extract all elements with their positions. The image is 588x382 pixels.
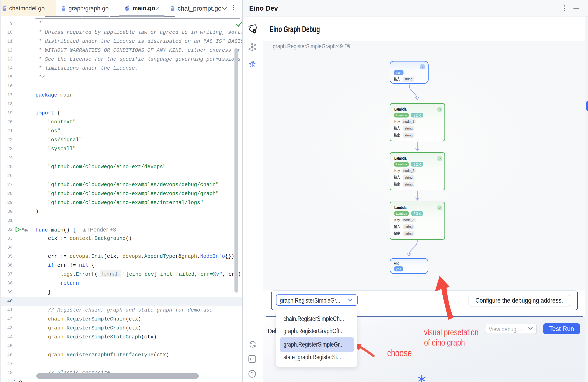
svg-text:En: En bbox=[250, 357, 254, 361]
svg-text:?: ? bbox=[251, 371, 253, 377]
